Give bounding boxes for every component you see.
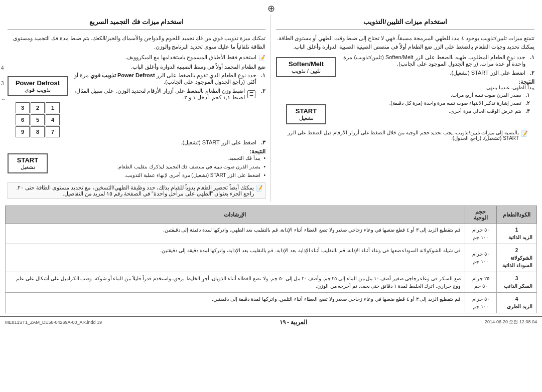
left-bottom-note-icon: 📝 xyxy=(256,185,263,191)
step1-bold-left: Power Defrost تذويب قوي xyxy=(90,72,155,78)
right-section-title: استخدام ميزات التليين/التذويب xyxy=(276,15,534,30)
step1-content-left: حدد نوع الطعام الذي تقوم بالضغط على الزر… xyxy=(73,72,256,85)
step1-content-right: حدد نوع الطعام المطلوب طهيه بالضغط على ا… xyxy=(341,54,525,67)
power-defrost-label-ar: تذويب قوي xyxy=(9,87,67,95)
compass-icon: ⊕ xyxy=(267,4,275,14)
soften-melt-column: Soften/Melt تليين / تذويب START تشغيل xyxy=(276,54,336,128)
soften-melt-label-ar: تليين / تذويب xyxy=(277,68,335,76)
step2-num-right: ٢. xyxy=(527,70,534,76)
step2-content-left: ☰ اضبط وزن الطعام بالضغط على أزرار الأرق… xyxy=(73,88,256,101)
note1-text: استخدم فقط الأطباق المسموح باستخدامها مع… xyxy=(125,54,256,60)
main-content: استخدام ميزات فك التجميد السريع تمكنك مي… xyxy=(0,15,542,202)
num-6[interactable]: 6 xyxy=(16,114,30,125)
left-section: استخدام ميزات فك التجميد السريع تمكنك مي… xyxy=(5,15,271,202)
col-instructions-header: الإرشادات xyxy=(6,206,465,223)
top-compass-area: ⊕ xyxy=(0,0,542,15)
power-defrost-box: Power Defrost تذويب قوي xyxy=(8,76,68,96)
instructions-3: ضع السكر في وعاء زجاجي صغير أضف ١٠ مل من… xyxy=(6,272,465,292)
step2-text-right: اضغط على الزر START (تشغيل). xyxy=(450,70,525,76)
step2-text-left: اضبط وزن الطعام بالضغط على أزرار الأرقام… xyxy=(73,88,245,101)
right-intro-text: تتمتع ميزات تليين/تذويب بوجود ٤ مدد للطه… xyxy=(276,34,534,51)
table-row: 4 الزبد الطري ٥٠ جرام ١٠٠ جم قم بتقطيع ا… xyxy=(6,292,537,313)
left-result-section: النتيجة: يبدأ فك التجميد. يصدر الفرن صوت… xyxy=(53,148,265,179)
left-note1: 📝 استخدم فقط الأطباق المسموح باستخدامها … xyxy=(8,54,265,61)
marker-arrow: ← xyxy=(1,96,6,102)
weight-3: ٢٥ جرام ٥٠ جم xyxy=(465,272,496,292)
food-name-1: 1 الزبد الذائبة xyxy=(497,223,537,244)
weight-4: ٥٠ جرام ١٠٠ جم xyxy=(465,292,496,313)
num-4[interactable]: 4 xyxy=(46,114,60,125)
right-result-item-3: يتم عرض الوقت الخالي مرة أخرى. xyxy=(341,107,529,115)
col-weight-header: حجم الوجبة xyxy=(465,206,496,223)
bottom-bar: ME811ST1_ZAM_DE58-04269A-00_AR.indd 19 ا… xyxy=(0,316,542,328)
start-button-column-left: START تشغيل xyxy=(8,149,48,177)
note2-text: ضع الطعام المجمد أولاً في وسط الصينية ال… xyxy=(131,64,265,70)
left-steps-area: ١. حدد نوع الطعام الذي تقوم بالضغط على ا… xyxy=(8,72,265,139)
num-9[interactable]: 9 xyxy=(16,126,30,137)
start-label-ar-right: تشغيل xyxy=(287,115,325,121)
right-steps-text: ١. حدد نوع الطعام المطلوب طهيه بالضغط عل… xyxy=(341,54,534,115)
right-result-item-2: تصدر إشارة تذكير الانتهاء صوت تنبيه مرة … xyxy=(341,99,529,107)
num-2[interactable]: 2 xyxy=(31,102,45,113)
step1-num-right: ١. xyxy=(527,54,534,61)
bottom-bar-center: العربية - ١٩ xyxy=(280,319,308,326)
food-name-2: 2 الشوكولاتة السوداء الذائبة xyxy=(497,244,537,272)
right-result-item-1: يصدر الفرن صوت تنبيه أربع مرات. xyxy=(341,91,529,99)
note1-icon: 📝 xyxy=(258,55,265,61)
num-7[interactable]: 7 xyxy=(46,126,60,137)
step2-content-right: اضغط على الزر START (تشغيل). xyxy=(341,70,525,76)
food-label-1: الزبد الذائبة xyxy=(501,234,532,241)
col-food-header: الكود/الطعام xyxy=(497,206,537,223)
instructions-1: قم بتقطيع الزبد إلى ٣ أو ٤ قطع ضعيها في … xyxy=(6,223,465,244)
soften-melt-label-en: Soften/Melt xyxy=(277,58,335,68)
left-step3-area: ٣. اضغط على الزر START (تشغيل). النتيجة:… xyxy=(8,139,265,180)
right-result-section: النتيجة: يبدأ الطهي. عندما ينتهي يصدر ال… xyxy=(341,79,534,115)
marker-3: 3 xyxy=(1,81,6,86)
step1-text-left: حدد نوع الطعام الذي تقوم بالضغط على الزر xyxy=(155,72,256,78)
right-bottom-note-icon: 📝 xyxy=(521,130,528,137)
bottom-table-section: الكود/الطعام حجم الوجبة الإرشادات 1 الزب… xyxy=(5,206,537,313)
left-result-item-3: اضغط على الزر START (تشغيل) مرة أخرى لإن… xyxy=(53,171,265,179)
right-result-sub1: يبدأ الطهي. عندما ينتهي xyxy=(341,85,534,90)
left-result-title: النتيجة: xyxy=(250,148,266,154)
num-3[interactable]: 3 xyxy=(16,102,30,113)
food-name-3: 3 السكر الذائب xyxy=(497,272,537,292)
left-steps-text: ١. حدد نوع الطعام الذي تقوم بالضغط على ا… xyxy=(73,72,265,103)
table-row: 2 الشوكولاتة السوداء الذائبة ٥٠ جرام ١٠٠… xyxy=(6,244,537,272)
table-row: 3 السكر الذائب ٢٥ جرام ٥٠ جم ضع السكر في… xyxy=(6,272,537,292)
num-8[interactable]: 8 xyxy=(31,126,45,137)
step3-num-left: ٣. xyxy=(258,139,265,146)
power-defrost-label-en: Power Defrost xyxy=(9,77,67,87)
step1-text-right: حدد نوع الطعام المطلوب طهيه بالضغط على ا… xyxy=(343,54,525,67)
right-bottom-note: 📝 بالنسبة إلى ميزات تليين/تذويب، يجب تحد… xyxy=(281,128,529,142)
left-result-items: يبدأ فك التجميد. يصدر الفرن صوت تنبيه في… xyxy=(53,154,265,179)
left-section-title: استخدام ميزات فك التجميد السريع xyxy=(8,15,265,30)
step3-content-left: اضغط على الزر START (تشغيل). xyxy=(53,139,256,146)
number-grid: 1 2 3 4 5 6 7 8 9 xyxy=(16,102,60,137)
soften-melt-box: Soften/Melt تليين / تذويب xyxy=(276,57,336,77)
marker-4: 4 xyxy=(1,65,6,71)
bottom-bar-right: 2014-06-20 오전 12:08:04 xyxy=(485,319,537,325)
right-result-title: النتيجة: xyxy=(519,79,535,85)
right-steps-area: ١. حدد نوع الطعام المطلوب طهيه بالضغط عل… xyxy=(276,54,534,128)
power-defrost-column: Power Defrost تذويب قوي 1 2 3 4 5 6 7 8 … xyxy=(8,72,68,139)
start-button-right[interactable]: START تشغيل xyxy=(286,104,326,124)
num-5[interactable]: 5 xyxy=(31,114,45,125)
step1-num-left: ١. xyxy=(258,72,265,79)
start-button-left[interactable]: START تشغيل xyxy=(8,153,48,173)
row-num-1: 1 xyxy=(501,226,532,234)
step2-icon: ☰ xyxy=(247,90,255,98)
left-bottom-note: 📝 يمكنك أيضاً تحضير الطعام بدوياً للقيام… xyxy=(8,182,265,199)
step2-num-left: ٢. xyxy=(258,88,265,94)
bottom-bar-left: ME811ST1_ZAM_DE58-04269A-00_AR.indd 19 xyxy=(5,320,102,325)
left-result-item-2: يصدر الفرن صوت تنبيه في منتصف فك التجميد… xyxy=(53,163,265,170)
num-1[interactable]: 1 xyxy=(46,102,60,113)
table-row: 1 الزبد الذائبة ٥٠ جرام ١٠٠ جم قم بتقطيع… xyxy=(6,223,537,244)
start-label-en-right: START xyxy=(287,107,325,115)
left-note2: ضع الطعام المجمد أولاً في وسط الصينية ال… xyxy=(8,64,265,70)
weight-2: ٥٠ جرام ١٠٠ جم xyxy=(465,244,496,272)
food-table: الكود/الطعام حجم الوجبة الإرشادات 1 الزب… xyxy=(5,206,537,313)
instructions-4: قم بتقطيع الزبد إلى ٣ أو ٤ قطع ضعيها في … xyxy=(6,292,465,313)
right-result-items: يصدر الفرن صوت تنبيه أربع مرات. تصدر إشا… xyxy=(341,91,529,115)
step3-text-left: اضغط على الزر START (تشغيل). xyxy=(181,139,256,145)
